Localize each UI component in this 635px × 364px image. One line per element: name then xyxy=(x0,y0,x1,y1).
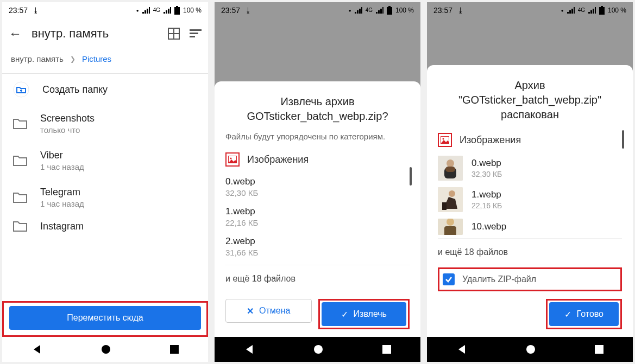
svg-point-28 xyxy=(449,190,455,197)
scrollbar[interactable] xyxy=(622,130,624,149)
nav-home-icon[interactable] xyxy=(525,344,536,355)
battery-label: 100 % xyxy=(608,7,626,14)
svg-point-16 xyxy=(230,158,232,159)
svg-rect-13 xyxy=(388,6,391,7)
svg-rect-12 xyxy=(170,345,179,354)
file-item: 1.webp 22,16 КБ xyxy=(225,202,410,232)
extract-button[interactable]: ✓ Извлечь xyxy=(322,302,407,326)
category-row: Изображения xyxy=(438,130,622,152)
nav-home-icon[interactable] xyxy=(313,344,324,355)
new-folder-icon xyxy=(13,81,29,98)
file-item: 2.webp 31,66 КБ xyxy=(225,232,410,261)
extracted-dialog: Архив "GOTsticker_batch_webp.zip" распак… xyxy=(427,65,633,337)
download-icon: ⭳ xyxy=(244,6,252,15)
signal-icon xyxy=(142,7,150,14)
folder-item[interactable]: Viber 1 час назад xyxy=(2,142,208,179)
signal-icon-2 xyxy=(588,7,596,14)
svg-rect-5 xyxy=(190,29,202,31)
breadcrumb-root[interactable]: внутр. память xyxy=(11,54,64,63)
done-highlight: ✓ Готово xyxy=(546,299,622,329)
delete-zip-checkbox[interactable] xyxy=(443,273,455,285)
download-icon: ⭳ xyxy=(457,6,464,15)
cancel-button[interactable]: ✕ Отмена xyxy=(225,299,312,323)
create-folder-row[interactable]: Создать папку xyxy=(2,74,208,105)
file-name: 1.webp xyxy=(471,189,502,200)
check-icon: ✓ xyxy=(341,309,348,320)
svg-point-17 xyxy=(314,345,323,354)
svg-rect-0 xyxy=(176,6,178,7)
file-item[interactable]: 0.webp 32,30 КБ xyxy=(438,152,622,184)
move-here-highlight: Переместить сюда xyxy=(2,301,208,337)
status-dot: ● xyxy=(561,8,564,13)
status-dot: ● xyxy=(349,8,351,13)
check-icon: ✓ xyxy=(564,309,571,320)
folder-name: Screenshots xyxy=(40,113,95,124)
nav-home-icon[interactable] xyxy=(100,344,111,355)
dialog-title: Извлечь архив GOTsticker_batch_webp.zip? xyxy=(225,94,410,124)
svg-rect-20 xyxy=(599,7,605,15)
grid-view-icon[interactable] xyxy=(168,28,180,40)
image-category-icon xyxy=(438,133,452,147)
svg-rect-32 xyxy=(444,226,456,235)
category-label: Изображения xyxy=(460,135,521,146)
dialog-buttons: ✓ Готово xyxy=(438,299,622,329)
file-item: 0.webp 32,30 КБ xyxy=(225,172,410,202)
folder-icon xyxy=(13,118,27,130)
file-name: 10.webp xyxy=(471,221,506,232)
svg-rect-14 xyxy=(387,7,392,15)
file-item[interactable]: 1.webp 22,16 КБ xyxy=(438,184,622,215)
nav-back-icon[interactable] xyxy=(32,344,42,355)
nav-recent-icon[interactable] xyxy=(594,344,604,354)
extract-label: Извлечь xyxy=(354,309,387,319)
svg-rect-26 xyxy=(445,167,455,172)
folder-icon xyxy=(13,155,27,167)
status-bar: 23:57 ⭳ ● 4G 100 % xyxy=(2,2,208,18)
svg-rect-1 xyxy=(174,7,180,15)
extract-highlight: ✓ Извлечь xyxy=(318,299,410,329)
folder-item[interactable]: Telegram 1 час назад xyxy=(2,179,208,216)
nav-back-icon[interactable] xyxy=(244,344,255,355)
folder-item[interactable]: Screenshots только что xyxy=(2,105,208,142)
create-folder-label: Создать папку xyxy=(42,84,108,95)
more-files-label: и ещё 18 файлов xyxy=(438,238,622,265)
file-size: 22,16 КБ xyxy=(471,201,502,210)
phone-screen-3: 23:57 ⭳ ● 4G 100 % Архив "GOTsticker_bat… xyxy=(427,2,633,362)
status-time: 23:57 xyxy=(9,6,28,15)
folder-item[interactable]: Instagram xyxy=(2,216,208,237)
delete-zip-highlight: Удалить ZIP-файл xyxy=(438,267,622,291)
chevron-right-icon: ❯ xyxy=(70,55,76,63)
signal-icon-2 xyxy=(376,7,383,14)
svg-rect-6 xyxy=(190,33,198,34)
move-here-button[interactable]: Переместить сюда xyxy=(9,306,201,330)
dialog-buttons: ✕ Отмена ✓ Извлечь xyxy=(225,299,410,329)
file-size: 31,66 КБ xyxy=(225,248,410,257)
file-size: 32,30 КБ xyxy=(471,170,502,178)
sort-icon[interactable] xyxy=(190,29,202,38)
network-label: 4G xyxy=(366,8,373,13)
svg-rect-18 xyxy=(382,345,391,354)
file-item[interactable]: 10.webp xyxy=(438,215,622,235)
cancel-label: Отмена xyxy=(259,306,290,316)
network-label: 4G xyxy=(578,8,585,13)
signal-icon xyxy=(567,7,575,14)
file-thumbnail xyxy=(438,156,463,181)
folder-icon xyxy=(13,191,27,203)
status-right: ● 4G 100 % xyxy=(136,6,202,15)
phone-screen-2: 23:57 ⭳ ● 4G 100 % Извлечь архив GOTstic… xyxy=(215,2,420,362)
app-bar: ← внутр. память xyxy=(2,18,208,49)
nav-recent-icon[interactable] xyxy=(382,344,392,354)
done-button[interactable]: ✓ Готово xyxy=(549,302,619,326)
dialog-subtitle: Файлы будут упорядочены по категориям. xyxy=(225,131,410,142)
nav-recent-icon[interactable] xyxy=(169,344,179,354)
folder-sub: 1 час назад xyxy=(40,199,84,208)
file-name: 2.webp xyxy=(225,236,410,247)
back-icon[interactable]: ← xyxy=(9,26,22,41)
breadcrumb-current[interactable]: Pictures xyxy=(82,54,111,63)
svg-rect-7 xyxy=(190,36,195,37)
status-bar: 23:57 ⭳ ● 4G 100 % xyxy=(215,2,420,18)
file-name: 0.webp xyxy=(471,158,502,169)
nav-back-icon[interactable] xyxy=(456,344,467,355)
status-right: ● 4G 100 % xyxy=(561,6,626,15)
scrollbar[interactable] xyxy=(410,167,412,186)
file-thumbnail xyxy=(438,187,463,212)
